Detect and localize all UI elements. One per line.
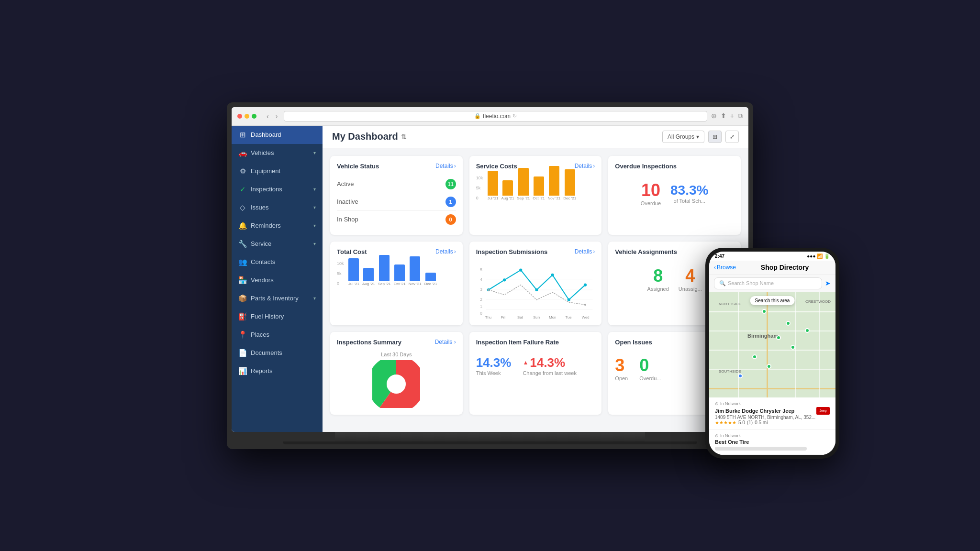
phone-search-input[interactable]: 🔍 Search Shop Name xyxy=(714,277,822,289)
inspection-submissions-link[interactable]: Details › xyxy=(575,248,595,255)
sidebar-item-reports[interactable]: 📊 Reports xyxy=(232,362,323,380)
shop-network-badge: ⊙ In Network xyxy=(715,401,830,406)
sidebar-label-issues: Issues xyxy=(251,204,310,211)
phone-back-button[interactable]: ‹ Browse xyxy=(714,264,736,271)
inspections-summary-card: Inspections Summary Details › Last 30 Da… xyxy=(330,332,463,415)
maximize-btn[interactable] xyxy=(252,114,256,119)
map-pin[interactable] xyxy=(791,345,795,350)
address-bar[interactable]: 🔒 fleetio.com ↻ xyxy=(284,111,707,121)
expand-view-button[interactable]: ⤢ xyxy=(725,131,739,143)
parts-icon: 📦 xyxy=(238,294,247,303)
sidebar-item-vendors[interactable]: 🏪 Vendors xyxy=(232,271,323,289)
overdue-number: 10 xyxy=(641,180,661,200)
overdue-label: Overdue xyxy=(641,200,661,206)
places-icon: 📍 xyxy=(238,331,247,339)
status-row-inactive[interactable]: Inactive 1 xyxy=(337,193,456,211)
shop-name: Best One Tire xyxy=(715,439,830,445)
grid-view-button[interactable]: ⊞ xyxy=(708,131,722,143)
active-badge: 11 xyxy=(445,179,456,189)
sidebar-item-parts[interactable]: 📦 Parts & Inventory ▾ xyxy=(232,289,323,308)
sidebar-label-documents: Documents xyxy=(251,349,316,356)
inactive-badge: 1 xyxy=(445,197,456,207)
status-row-active[interactable]: Active 11 xyxy=(337,176,456,193)
back-button[interactable]: ‹ xyxy=(264,111,271,121)
phone-map[interactable]: Birmingham NORTHSIDE CRESTWOOD SOUTHSIDE… xyxy=(709,292,835,397)
overdue-issues-label: Overdu... xyxy=(639,375,661,381)
search-icon: 🔍 xyxy=(719,280,726,287)
svg-point-13 xyxy=(519,268,522,271)
sidebar-label-contacts: Contacts xyxy=(251,258,316,265)
svg-text:Wed: Wed xyxy=(581,315,589,319)
phone-screen: 2:47 ●●● 📶 🔋 ‹ Browse Shop Directory 🔍 S… xyxy=(709,252,835,455)
inshop-label: In Shop xyxy=(337,216,358,223)
inspections-summary-link[interactable]: Details › xyxy=(435,339,456,345)
map-pin[interactable] xyxy=(805,328,810,333)
title-sort-icon[interactable]: ⇅ xyxy=(401,133,407,141)
close-btn[interactable] xyxy=(237,114,242,119)
overdue-issues-number: 0 xyxy=(639,355,661,375)
inspection-failure-rate-header: Inspection Item Failure Rate xyxy=(476,339,595,346)
overdue-inspections-header: Overdue Inspections xyxy=(615,163,734,170)
shop-stars: ★★★★★ xyxy=(715,420,736,425)
pie-chart xyxy=(372,360,420,408)
total-cost-link[interactable]: Details › xyxy=(435,248,456,255)
phone-search-bar: 🔍 Search Shop Name ➤ xyxy=(709,275,835,292)
sidebar-item-dashboard[interactable]: ⊞ Dashboard xyxy=(232,126,323,144)
svg-text:2: 2 xyxy=(480,297,482,301)
service-costs-card: Service Costs Details › 10k 5k xyxy=(469,156,602,235)
reports-icon: 📊 xyxy=(238,367,247,375)
svg-point-19 xyxy=(584,304,586,306)
search-this-area-button[interactable]: Search this area xyxy=(750,296,795,305)
sidebar-item-vehicles[interactable]: 🚗 Vehicles ▾ xyxy=(232,144,323,162)
shop-list-item[interactable]: ⊙ In Network Best One Tire xyxy=(709,430,835,455)
svg-point-16 xyxy=(567,298,570,301)
dropdown-arrow-icon: ▾ xyxy=(696,133,699,140)
status-row-inshop[interactable]: In Shop 0 xyxy=(337,211,456,228)
map-pin[interactable] xyxy=(767,364,771,369)
svg-point-15 xyxy=(551,273,554,276)
svg-point-28 xyxy=(377,365,415,403)
svg-text:Fri: Fri xyxy=(501,315,505,319)
shop-list-item[interactable]: ⊙ In Network Jim Burke Dodge Chrysler Je… xyxy=(709,397,835,430)
overdue-inspections-card: Overdue Inspections 10 Overdue 83.3% of … xyxy=(608,156,741,235)
sidebar-item-service[interactable]: 🔧 Service ▾ xyxy=(232,235,323,253)
phone-status-bar: 2:47 ●●● 📶 🔋 xyxy=(709,252,835,261)
service-costs-link[interactable]: Details › xyxy=(575,163,595,169)
map-pin[interactable] xyxy=(786,321,791,326)
shop-address: 1409 5TH AVE NORTH, Birmingham, AL, 352.… xyxy=(715,415,830,420)
sidebar-label-reminders: Reminders xyxy=(251,222,310,229)
main-content: My Dashboard ⇅ All Groups ▾ ⊞ ⤢ xyxy=(323,126,748,432)
location-icon[interactable]: ➤ xyxy=(825,279,831,287)
sidebar-item-reminders[interactable]: 🔔 Reminders ▾ xyxy=(232,217,323,235)
sidebar-item-equipment[interactable]: ⚙ Equipment xyxy=(232,162,323,180)
sidebar-item-fuel[interactable]: ⛽ Fuel History xyxy=(232,308,323,326)
this-week-pct: 14.3% xyxy=(476,355,512,370)
map-pin[interactable] xyxy=(762,309,767,314)
svg-text:1: 1 xyxy=(480,305,482,309)
inspection-submissions-title: Inspection Submissions xyxy=(476,248,548,255)
dashboard-grid: Vehicle Status Details › Active 11 xyxy=(323,148,748,422)
svg-text:Mon: Mon xyxy=(549,315,556,319)
sidebar-label-service: Service xyxy=(251,240,310,247)
map-pin[interactable] xyxy=(776,335,781,340)
vehicle-status-link[interactable]: Details › xyxy=(435,163,456,169)
vehicles-icon: 🚗 xyxy=(238,149,247,157)
sidebar-item-documents[interactable]: 📄 Documents xyxy=(232,344,323,362)
forward-button[interactable]: › xyxy=(273,111,280,121)
map-pin[interactable] xyxy=(752,354,757,359)
sidebar-item-inspections[interactable]: ✓ Inspections ▾ xyxy=(232,180,323,198)
inshop-badge: 0 xyxy=(445,214,456,225)
shop-name-row: Jim Burke Dodge Chrysler Jeep Jeep xyxy=(715,407,830,415)
sidebar-item-places[interactable]: 📍 Places xyxy=(232,326,323,344)
inspection-submissions-card: Inspection Submissions Details › 5 xyxy=(469,242,602,325)
inspection-submissions-header: Inspection Submissions Details › xyxy=(476,248,595,255)
inspections-icon: ✓ xyxy=(238,185,247,194)
phone-status-icons: ●●● 📶 🔋 xyxy=(807,253,830,259)
group-select-dropdown[interactable]: All Groups ▾ xyxy=(662,131,704,143)
map-pin-blue[interactable] xyxy=(738,374,743,378)
service-costs-chart: Jul '21 Aug '21 Sep '21 Oct '21 Nov '21 … xyxy=(488,176,595,209)
minimize-btn[interactable] xyxy=(245,114,249,119)
sidebar-item-issues[interactable]: ◇ Issues ▾ xyxy=(232,198,323,217)
traffic-lights xyxy=(237,114,256,119)
sidebar-item-contacts[interactable]: 👥 Contacts xyxy=(232,253,323,271)
